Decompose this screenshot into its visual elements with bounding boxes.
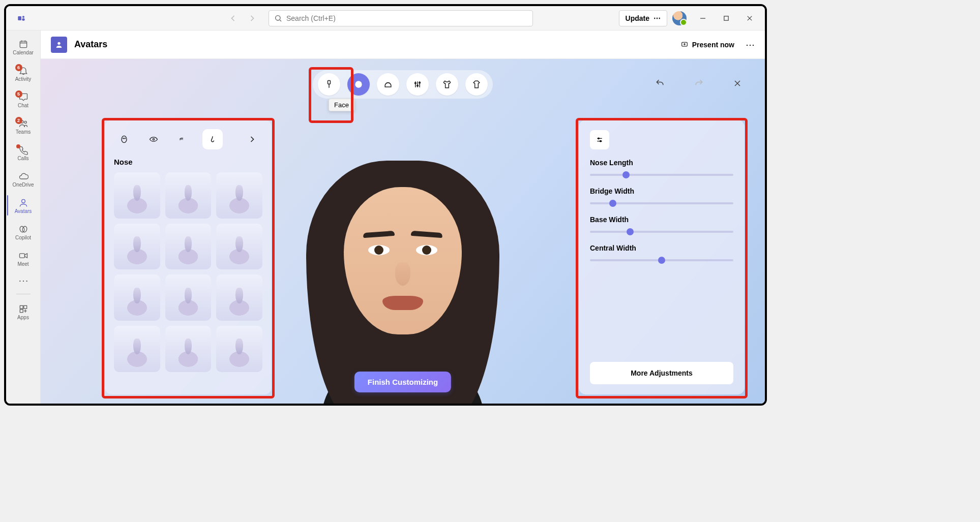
update-label: Update bbox=[626, 14, 649, 22]
svg-point-14 bbox=[24, 121, 26, 123]
history-forward-button[interactable] bbox=[245, 11, 259, 25]
slider-central-width: Central Width bbox=[590, 244, 733, 261]
more-adjustments-button[interactable]: More Adjustments bbox=[590, 362, 733, 384]
update-button[interactable]: Update ⋯ bbox=[619, 10, 667, 26]
slider-label: Base Width bbox=[590, 216, 733, 224]
page-title: Avatars bbox=[74, 39, 107, 50]
teams-app-icon bbox=[14, 11, 28, 25]
category-face[interactable] bbox=[347, 73, 370, 96]
nose-option[interactable] bbox=[165, 224, 212, 270]
svg-point-1 bbox=[22, 16, 24, 18]
face-tab-eyes[interactable] bbox=[143, 129, 164, 149]
nav-rail: Calendar 6 Activity 5 Chat 2 Teams Calls… bbox=[6, 30, 41, 404]
nav-onedrive[interactable]: OneDrive bbox=[7, 166, 40, 192]
slider-base-width: Base Width bbox=[590, 216, 733, 233]
svg-point-30 bbox=[357, 83, 358, 84]
nav-apps[interactable]: Apps bbox=[7, 298, 40, 325]
adjustments-panel: Nose LengthBridge WidthBase WidthCentral… bbox=[579, 120, 745, 394]
face-tab-nose[interactable] bbox=[202, 129, 223, 149]
people-icon: 2 bbox=[18, 118, 28, 129]
nav-label: Copilot bbox=[15, 235, 31, 240]
redo-button[interactable] bbox=[690, 74, 708, 93]
nose-option[interactable] bbox=[216, 326, 262, 372]
svg-rect-20 bbox=[20, 305, 23, 309]
profile-avatar[interactable] bbox=[672, 11, 687, 25]
window-maximize-button[interactable] bbox=[715, 10, 737, 26]
nav-label: Apps bbox=[17, 315, 29, 320]
nose-option[interactable] bbox=[165, 326, 212, 372]
nav-avatars[interactable]: Avatars bbox=[7, 192, 40, 219]
nose-option[interactable] bbox=[216, 274, 262, 321]
header-more-button[interactable]: ⋯ bbox=[746, 39, 755, 50]
face-tabs-next[interactable] bbox=[242, 129, 262, 149]
copilot-icon bbox=[18, 224, 28, 235]
undo-button[interactable] bbox=[651, 74, 669, 93]
slider-track[interactable] bbox=[590, 259, 733, 261]
search-icon bbox=[274, 14, 282, 22]
nose-option[interactable] bbox=[165, 172, 212, 219]
category-hair[interactable] bbox=[377, 73, 399, 96]
nose-option[interactable] bbox=[114, 274, 160, 321]
slider-track[interactable] bbox=[590, 202, 733, 204]
face-tab-shape[interactable] bbox=[114, 129, 134, 149]
svg-rect-21 bbox=[23, 305, 26, 309]
category-wardrobe[interactable] bbox=[436, 73, 458, 96]
present-now-button[interactable]: Present now bbox=[677, 38, 738, 52]
slider-thumb[interactable] bbox=[609, 200, 616, 207]
nose-option[interactable] bbox=[216, 224, 262, 270]
nose-option[interactable] bbox=[114, 172, 160, 219]
category-appearance[interactable] bbox=[406, 73, 429, 96]
nav-meet[interactable]: Meet bbox=[7, 245, 40, 271]
nose-option[interactable] bbox=[165, 274, 212, 321]
svg-rect-6 bbox=[724, 16, 728, 20]
nose-option[interactable] bbox=[114, 224, 160, 270]
window-minimize-button[interactable] bbox=[692, 10, 714, 26]
slider-label: Bridge Width bbox=[590, 187, 733, 195]
nav-activity[interactable]: 6 Activity bbox=[7, 60, 40, 86]
category-body[interactable] bbox=[318, 73, 340, 96]
nose-option[interactable] bbox=[114, 326, 160, 372]
slider-thumb[interactable] bbox=[622, 171, 630, 178]
cloud-icon bbox=[18, 171, 28, 182]
nav-more[interactable]: ⋯ bbox=[7, 271, 40, 290]
slider-track[interactable] bbox=[590, 231, 733, 233]
category-bar bbox=[313, 70, 493, 99]
nav-label: Teams bbox=[16, 129, 31, 135]
slider-thumb[interactable] bbox=[658, 257, 665, 264]
svg-point-36 bbox=[417, 85, 419, 86]
category-clothing[interactable] bbox=[465, 73, 488, 96]
nav-label: Calls bbox=[17, 156, 28, 161]
svg-marker-19 bbox=[24, 253, 27, 257]
nav-label: Calendar bbox=[13, 50, 34, 55]
nav-chat[interactable]: 5 Chat bbox=[7, 86, 40, 113]
nav-label: Meet bbox=[17, 261, 28, 267]
face-tab-brows[interactable] bbox=[173, 129, 193, 149]
svg-rect-9 bbox=[20, 41, 26, 48]
svg-point-25 bbox=[57, 42, 60, 44]
feature-picker-panel: Nose bbox=[105, 120, 272, 394]
nose-option[interactable] bbox=[216, 172, 262, 219]
screen-share-icon bbox=[681, 41, 688, 48]
slider-thumb[interactable] bbox=[627, 228, 634, 235]
nav-calls[interactable]: Calls bbox=[7, 139, 40, 166]
search-field[interactable] bbox=[286, 14, 527, 22]
svg-point-47 bbox=[600, 140, 602, 142]
sliders-icon bbox=[590, 130, 609, 149]
svg-point-31 bbox=[360, 83, 361, 84]
nav-label: Avatars bbox=[15, 208, 32, 214]
svg-rect-0 bbox=[18, 16, 21, 20]
history-back-button[interactable] bbox=[226, 11, 240, 25]
slider-bridge-width: Bridge Width bbox=[590, 187, 733, 204]
finish-customizing-button[interactable]: Finish Customizing bbox=[354, 372, 451, 392]
page-header: Avatars Present now ⋯ bbox=[41, 30, 765, 59]
slider-track[interactable] bbox=[590, 174, 733, 176]
nav-copilot[interactable]: Copilot bbox=[7, 219, 40, 245]
svg-point-41 bbox=[123, 138, 124, 139]
nav-calendar[interactable]: Calendar bbox=[7, 34, 40, 60]
nav-label: Chat bbox=[18, 103, 28, 108]
bell-icon: 6 bbox=[18, 65, 28, 76]
global-search-input[interactable] bbox=[269, 10, 533, 26]
close-editor-button[interactable] bbox=[728, 74, 747, 93]
nav-teams[interactable]: 2 Teams bbox=[7, 113, 40, 139]
window-close-button[interactable] bbox=[738, 10, 761, 26]
